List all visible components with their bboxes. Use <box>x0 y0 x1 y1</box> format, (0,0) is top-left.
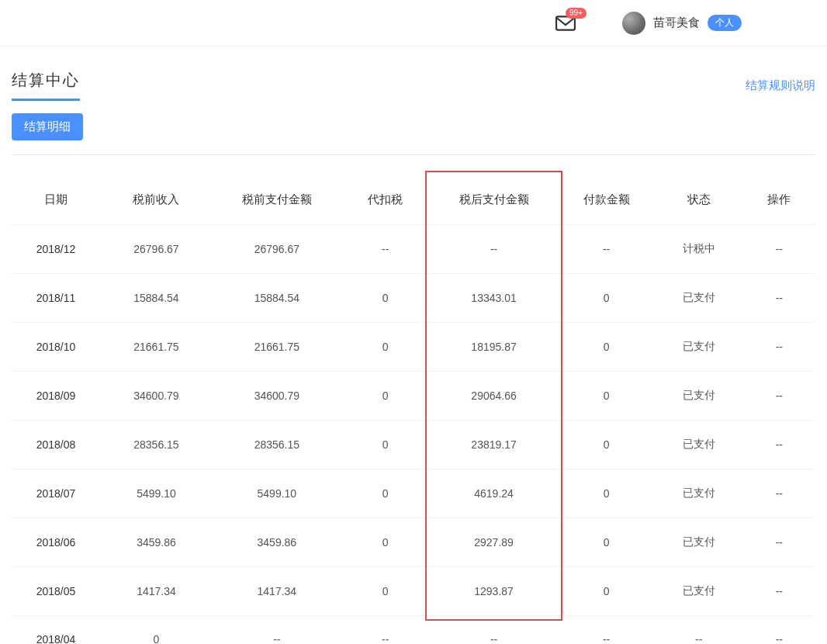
cell-post_pay: 1293.87 <box>430 567 559 616</box>
cell-status: 已支付 <box>655 274 743 323</box>
table-head: 日期 税前收入 税前支付金额 代扣税 税后支付金额 付款金额 状态 操作 <box>12 175 815 225</box>
cell-post_pay: -- <box>430 616 559 645</box>
table-row: 2018/1021661.7521661.75018195.870已支付-- <box>12 323 815 372</box>
rule-link[interactable]: 结算规则说明 <box>746 78 815 93</box>
cell-pay_amt: 0 <box>558 469 654 518</box>
table-row: 2018/1115884.5415884.54013343.010已支付-- <box>12 274 815 323</box>
cell-pre_pay: 1417.34 <box>213 567 341 616</box>
cell-tax: 0 <box>341 421 430 469</box>
col-pre-income: 税前收入 <box>100 175 213 225</box>
cell-tax: -- <box>341 616 430 645</box>
cell-status: 已支付 <box>655 372 743 421</box>
cell-status: 计税中 <box>655 225 743 274</box>
cell-pre_pay: 28356.15 <box>213 421 341 469</box>
page-title: 结算中心 <box>12 70 80 101</box>
cell-pre_income: 5499.10 <box>100 469 213 518</box>
cell-op: -- <box>743 274 815 323</box>
cell-date: 2018/12 <box>12 225 100 274</box>
tab-settlement-detail[interactable]: 结算明细 <box>12 113 83 140</box>
cell-op: -- <box>743 616 815 645</box>
cell-date: 2018/10 <box>12 323 100 372</box>
cell-pre_pay: 5499.10 <box>213 469 341 518</box>
cell-pay_amt: 0 <box>558 421 654 469</box>
col-date: 日期 <box>12 175 100 225</box>
cell-pre_income: 34600.79 <box>100 372 213 421</box>
cell-pay_amt: -- <box>558 225 654 274</box>
table-row: 2018/051417.341417.3401293.870已支付-- <box>12 567 815 616</box>
table-wrap: 日期 税前收入 税前支付金额 代扣税 税后支付金额 付款金额 状态 操作 201… <box>12 175 815 644</box>
col-post-pay: 税后支付金额 <box>430 175 559 225</box>
cell-pre_pay: 3459.86 <box>213 518 341 567</box>
cell-op: -- <box>743 225 815 274</box>
cell-status: -- <box>655 616 743 645</box>
cell-op: -- <box>743 567 815 616</box>
cell-pay_amt: -- <box>558 616 654 645</box>
cell-date: 2018/08 <box>12 421 100 469</box>
cell-pay_amt: 0 <box>558 274 654 323</box>
cell-date: 2018/11 <box>12 274 100 323</box>
cell-status: 已支付 <box>655 469 743 518</box>
cell-date: 2018/09 <box>12 372 100 421</box>
cell-post_pay: -- <box>430 225 559 274</box>
cell-op: -- <box>743 323 815 372</box>
cell-op: -- <box>743 469 815 518</box>
cell-tax: -- <box>341 225 430 274</box>
mail-badge: 99+ <box>566 8 587 19</box>
col-pay-amt: 付款金额 <box>558 175 654 225</box>
cell-post_pay: 13343.01 <box>430 274 559 323</box>
cell-status: 已支付 <box>655 323 743 372</box>
title-row: 结算中心 结算规则说明 <box>12 70 815 101</box>
cell-date: 2018/07 <box>12 469 100 518</box>
cell-status: 已支付 <box>655 567 743 616</box>
table-row: 2018/0934600.7934600.79029064.660已支付-- <box>12 372 815 421</box>
cell-pre_income: 15884.54 <box>100 274 213 323</box>
page-content: 结算中心 结算规则说明 结算明细 日期 税前收入 税前支付金额 代扣税 税后支付… <box>0 47 827 644</box>
cell-pay_amt: 0 <box>558 323 654 372</box>
cell-pay_amt: 0 <box>558 567 654 616</box>
cell-pre_income: 21661.75 <box>100 323 213 372</box>
divider <box>12 154 815 155</box>
cell-date: 2018/05 <box>12 567 100 616</box>
cell-pay_amt: 0 <box>558 372 654 421</box>
cell-pre_pay: -- <box>213 616 341 645</box>
cell-post_pay: 23819.17 <box>430 421 559 469</box>
cell-date: 2018/04 <box>12 616 100 645</box>
cell-pre_income: 0 <box>100 616 213 645</box>
cell-pre_pay: 15884.54 <box>213 274 341 323</box>
cell-post_pay: 29064.66 <box>430 372 559 421</box>
cell-pre_pay: 26796.67 <box>213 225 341 274</box>
top-bar: 99+ 苗哥美食 个人 <box>0 0 827 47</box>
cell-post_pay: 4619.24 <box>430 469 559 518</box>
cell-post_pay: 2927.89 <box>430 518 559 567</box>
table-body: 2018/1226796.6726796.67------计税中--2018/1… <box>12 225 815 645</box>
cell-tax: 0 <box>341 469 430 518</box>
table-row: 2018/0828356.1528356.15023819.170已支付-- <box>12 421 815 469</box>
settlement-table: 日期 税前收入 税前支付金额 代扣税 税后支付金额 付款金额 状态 操作 201… <box>12 175 815 644</box>
username[interactable]: 苗哥美食 <box>653 16 700 30</box>
cell-status: 已支付 <box>655 421 743 469</box>
cell-date: 2018/06 <box>12 518 100 567</box>
mail-button[interactable]: 99+ <box>555 16 576 31</box>
cell-pre_pay: 34600.79 <box>213 372 341 421</box>
table-row: 2018/1226796.6726796.67------计税中-- <box>12 225 815 274</box>
avatar[interactable] <box>622 12 645 35</box>
cell-tax: 0 <box>341 372 430 421</box>
cell-status: 已支付 <box>655 518 743 567</box>
cell-tax: 0 <box>341 323 430 372</box>
cell-tax: 0 <box>341 518 430 567</box>
cell-pre_income: 26796.67 <box>100 225 213 274</box>
table-row: 2018/040------------ <box>12 616 815 645</box>
col-tax: 代扣税 <box>341 175 430 225</box>
cell-op: -- <box>743 518 815 567</box>
cell-pre_pay: 21661.75 <box>213 323 341 372</box>
cell-pay_amt: 0 <box>558 518 654 567</box>
col-pre-pay: 税前支付金额 <box>213 175 341 225</box>
table-row: 2018/063459.863459.8602927.890已支付-- <box>12 518 815 567</box>
cell-op: -- <box>743 421 815 469</box>
cell-pre_income: 1417.34 <box>100 567 213 616</box>
role-pill: 个人 <box>708 15 742 31</box>
cell-pre_income: 28356.15 <box>100 421 213 469</box>
cell-op: -- <box>743 372 815 421</box>
col-op: 操作 <box>743 175 815 225</box>
cell-tax: 0 <box>341 567 430 616</box>
